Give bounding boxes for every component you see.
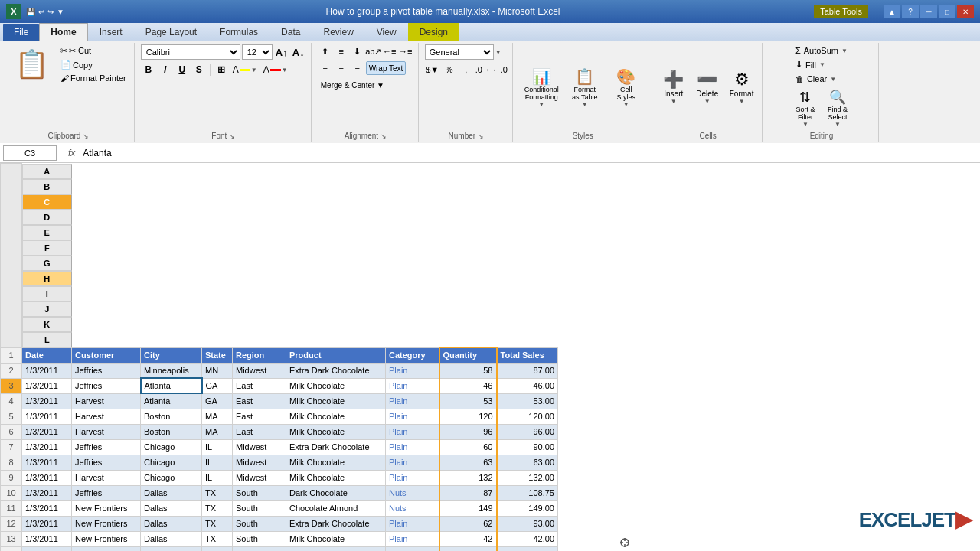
sort-filter-btn[interactable]: ⇅ Sort &Filter ▼ — [790, 86, 821, 130]
cell-r13-c2[interactable]: New Frontiers — [72, 531, 141, 546]
cell-r12-c5[interactable]: South — [233, 516, 286, 531]
indent-decrease-btn[interactable]: ←≡ — [382, 44, 397, 58]
minimize-btn[interactable]: ─ — [920, 5, 937, 18]
align-left-btn[interactable]: ≡ — [318, 61, 333, 75]
indent-increase-btn[interactable]: →≡ — [398, 44, 413, 58]
cell-r6-c9[interactable]: 96.00 — [497, 424, 558, 439]
cell-r2-c6[interactable]: Extra Dark Chocolate — [286, 363, 386, 378]
currency-btn[interactable]: $▼ — [425, 63, 440, 77]
cell-r12-c1[interactable]: 1/3/2011 — [22, 516, 72, 531]
cell-r11-c4[interactable]: TX — [202, 500, 233, 516]
row-num-7[interactable]: 7 — [1, 439, 22, 455]
tab-design[interactable]: Design — [408, 23, 459, 41]
cell-r8-c3[interactable]: Chicago — [141, 455, 202, 470]
cell-r14-c2[interactable]: Jeffries — [72, 546, 141, 551]
cell-r14-c3[interactable]: Denver — [141, 546, 202, 551]
cell-r6-c5[interactable]: East — [233, 424, 286, 439]
row-num-14[interactable]: 14 — [1, 546, 22, 551]
tab-data[interactable]: Data — [270, 23, 312, 41]
fill-color-dropdown[interactable]: ▼ — [251, 67, 257, 73]
undo-icon[interactable]: ↩ — [38, 8, 44, 16]
cell-r10-c6[interactable]: Dark Chocolate — [286, 485, 386, 500]
maximize-btn[interactable]: □ — [939, 5, 956, 18]
cell-r3-c5[interactable]: East — [233, 378, 286, 393]
cell-r11-c3[interactable]: Dallas — [141, 500, 202, 516]
cell-r9-c4[interactable]: IL — [202, 470, 233, 485]
header-cell-5[interactable]: Region — [233, 347, 286, 363]
cell-r11-c9[interactable]: 149.00 — [497, 500, 558, 516]
cell-r9-c6[interactable]: Milk Chocolate — [286, 470, 386, 485]
row-num-5[interactable]: 5 — [1, 409, 22, 424]
cell-r7-c4[interactable]: IL — [202, 439, 233, 455]
cell-r7-c5[interactable]: Midwest — [233, 439, 286, 455]
merge-center-btn[interactable]: Merge & Center ▼ — [318, 78, 387, 92]
cell-r3-c4[interactable]: GA — [202, 378, 233, 393]
cell-r4-c9[interactable]: 53.00 — [497, 393, 558, 409]
ribbon-minimize-btn[interactable]: ▲ — [884, 5, 900, 18]
cell-r2-c1[interactable]: 1/3/2011 — [22, 363, 72, 378]
header-cell-4[interactable]: State — [202, 347, 233, 363]
formula-input[interactable] — [80, 148, 977, 158]
col-header-C[interactable]: C — [22, 194, 72, 210]
cell-r4-c7[interactable]: Plain — [386, 393, 439, 409]
cell-r10-c1[interactable]: 1/3/2011 — [22, 485, 72, 500]
col-header-H[interactable]: H — [22, 271, 72, 286]
cell-r14-c4[interactable]: CO — [202, 546, 233, 551]
cell-r4-c1[interactable]: 1/3/2011 — [22, 393, 72, 409]
tab-view[interactable]: View — [365, 23, 408, 41]
cell-r13-c3[interactable]: Dallas — [141, 531, 202, 546]
name-box[interactable] — [3, 145, 57, 161]
col-header-J[interactable]: J — [22, 302, 72, 317]
cell-r2-c2[interactable]: Jeffries — [72, 363, 141, 378]
cell-r4-c5[interactable]: East — [233, 393, 286, 409]
col-header-D[interactable]: D — [22, 210, 72, 225]
cell-styles-btn[interactable]: 🎨 CellStyles ▼ — [607, 65, 645, 110]
cell-r7-c1[interactable]: 1/3/2011 — [22, 439, 72, 455]
text-orientation-btn[interactable]: ab↗ — [366, 44, 381, 58]
cell-r10-c8[interactable]: 87 — [439, 485, 497, 500]
cell-r5-c4[interactable]: MA — [202, 409, 233, 424]
align-right-btn[interactable]: ≡ — [350, 61, 365, 75]
tab-page-layout[interactable]: Page Layout — [134, 23, 208, 41]
row-num-10[interactable]: 10 — [1, 485, 22, 500]
cell-r11-c1[interactable]: 1/3/2011 — [22, 500, 72, 516]
bold-btn[interactable]: B — [141, 63, 156, 77]
col-header-A[interactable]: A — [22, 164, 72, 179]
cell-r12-c6[interactable]: Extra Dark Chocolate — [286, 516, 386, 531]
cell-r4-c2[interactable]: Harvest — [72, 393, 141, 409]
cell-r9-c8[interactable]: 132 — [439, 470, 497, 485]
grid[interactable]: A B C D E F G H I J K L 1DateCu — [0, 163, 980, 551]
header-cell-6[interactable]: Product — [286, 347, 386, 363]
cell-r3-c3[interactable]: Atlanta — [141, 378, 202, 393]
italic-btn[interactable]: I — [158, 63, 173, 77]
quick-access-dropdown[interactable]: ▼ — [57, 8, 64, 16]
cell-r5-c1[interactable]: 1/3/2011 — [22, 409, 72, 424]
cell-r14-c9[interactable]: 93.00 — [497, 546, 558, 551]
cell-r4-c3[interactable]: Atlanta — [141, 393, 202, 409]
cell-r11-c5[interactable]: South — [233, 500, 286, 516]
font-name-select[interactable]: Calibri — [141, 44, 240, 60]
cell-r6-c2[interactable]: Harvest — [72, 424, 141, 439]
cell-r6-c1[interactable]: 1/3/2011 — [22, 424, 72, 439]
insert-cells-btn[interactable]: ➕ Insert ▼ — [658, 67, 689, 107]
cell-r7-c3[interactable]: Chicago — [141, 439, 202, 455]
cell-r10-c2[interactable]: Jeffries — [72, 485, 141, 500]
row-num-11[interactable]: 11 — [1, 500, 22, 516]
cell-r3-c2[interactable]: Jeffries — [72, 378, 141, 393]
col-header-I[interactable]: I — [22, 286, 72, 302]
cell-r14-c7[interactable]: Plain — [386, 546, 439, 551]
header-cell-9[interactable]: Total Sales — [497, 347, 558, 363]
cut-button[interactable]: ✂ ✂ Cut — [57, 44, 129, 57]
col-header-K[interactable]: K — [22, 317, 72, 332]
number-format-dropdown[interactable]: ▼ — [495, 49, 501, 56]
cell-r7-c9[interactable]: 90.00 — [497, 439, 558, 455]
cell-r13-c4[interactable]: TX — [202, 531, 233, 546]
cell-r9-c3[interactable]: Chicago — [141, 470, 202, 485]
clear-btn[interactable]: 🗑 Clear ▼ — [792, 73, 839, 85]
cell-r11-c8[interactable]: 149 — [439, 500, 497, 516]
cell-r6-c3[interactable]: Boston — [141, 424, 202, 439]
cell-r8-c8[interactable]: 63 — [439, 455, 497, 470]
cell-r9-c2[interactable]: Harvest — [72, 470, 141, 485]
copy-button[interactable]: 📄 Copy — [57, 58, 129, 71]
cell-r10-c3[interactable]: Dallas — [141, 485, 202, 500]
